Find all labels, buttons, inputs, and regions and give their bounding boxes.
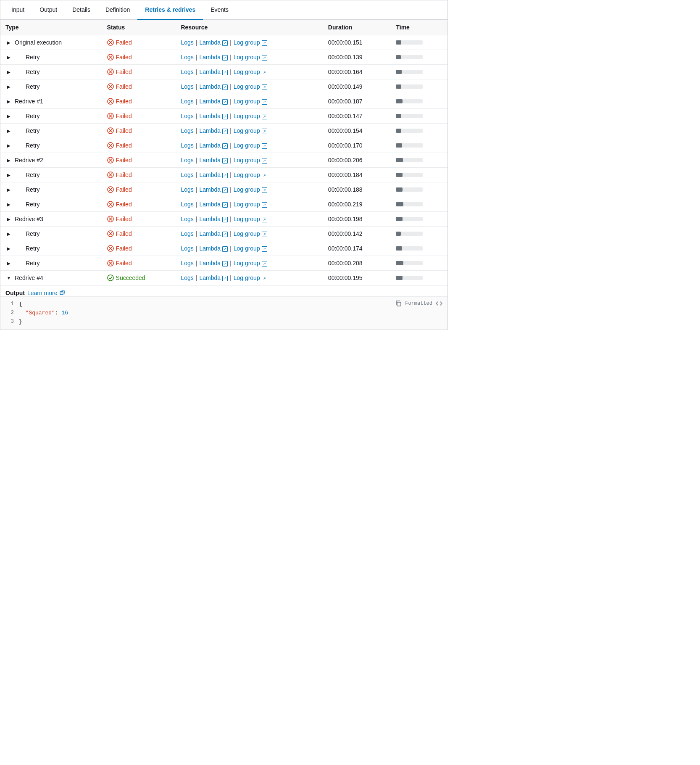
expand-button[interactable]: ▶	[5, 113, 12, 119]
learn-more-link[interactable]: Learn more	[27, 290, 58, 296]
logs-link[interactable]: Logs	[181, 69, 193, 75]
expand-button[interactable]: ▶	[5, 157, 12, 164]
status-cell: Failed	[102, 138, 176, 153]
loggroup-link[interactable]: Log group	[234, 83, 260, 90]
loggroup-link[interactable]: Log group	[234, 54, 260, 61]
lambda-link[interactable]: Lambda	[199, 230, 221, 237]
expand-button[interactable]: ▶	[5, 201, 12, 208]
status-text: Failed	[116, 83, 132, 90]
status-text: Failed	[116, 216, 132, 222]
tab-input[interactable]: Input	[4, 0, 32, 20]
lambda-link[interactable]: Lambda	[199, 98, 221, 105]
learn-more-ext-icon	[60, 290, 65, 295]
expand-button[interactable]: ▼	[5, 274, 12, 281]
logs-link[interactable]: Logs	[181, 230, 193, 237]
lambda-link[interactable]: Lambda	[199, 157, 221, 164]
loggroup-link[interactable]: Log group	[234, 230, 260, 237]
lambda-link[interactable]: Lambda	[199, 54, 221, 61]
resource-cell: Logs | Lambda ↗ | Log group ↗	[176, 227, 323, 241]
loggroup-link[interactable]: Log group	[234, 98, 260, 105]
logs-link[interactable]: Logs	[181, 216, 193, 222]
expand-button[interactable]: ▶	[5, 98, 12, 105]
logs-link[interactable]: Logs	[181, 54, 193, 61]
logs-link[interactable]: Logs	[181, 39, 193, 46]
loggroup-link[interactable]: Log group	[234, 69, 260, 75]
lambda-link[interactable]: Lambda	[199, 260, 221, 266]
status-badge: Failed	[107, 216, 171, 222]
loggroup-link[interactable]: Log group	[234, 216, 260, 222]
lambda-link[interactable]: Lambda	[199, 69, 221, 75]
lambda-link[interactable]: Lambda	[199, 274, 221, 281]
tab-retries[interactable]: Retries & redrives	[137, 0, 203, 20]
lambda-link[interactable]: Lambda	[199, 39, 221, 46]
logs-link[interactable]: Logs	[181, 245, 193, 252]
resource-links: Logs | Lambda ↗ | Log group ↗	[181, 142, 318, 149]
expand-button[interactable]: ▶	[5, 171, 12, 178]
loggroup-link[interactable]: Log group	[234, 245, 260, 252]
copy-button[interactable]	[395, 300, 402, 307]
expand-button[interactable]: ▶	[5, 260, 12, 266]
loggroup-link[interactable]: Log group	[234, 186, 260, 193]
lambda-ext-icon: ↗	[222, 173, 228, 178]
status-badge: Failed	[107, 54, 171, 61]
loggroup-link[interactable]: Log group	[234, 260, 260, 266]
logs-link[interactable]: Logs	[181, 142, 193, 149]
expand-button[interactable]: ▶	[5, 186, 12, 193]
logs-link[interactable]: Logs	[181, 98, 193, 105]
logs-link[interactable]: Logs	[181, 260, 193, 266]
loggroup-link[interactable]: Log group	[234, 171, 260, 178]
expand-button[interactable]: ▶	[5, 127, 12, 134]
logs-link[interactable]: Logs	[181, 201, 193, 208]
logs-link[interactable]: Logs	[181, 127, 193, 134]
lambda-ext-icon: ↗	[222, 70, 228, 75]
logs-link[interactable]: Logs	[181, 83, 193, 90]
loggroup-link[interactable]: Log group	[234, 113, 260, 119]
expand-button[interactable]: ▶	[5, 39, 12, 46]
logs-link[interactable]: Logs	[181, 186, 193, 193]
lambda-link[interactable]: Lambda	[199, 171, 221, 178]
loggroup-link[interactable]: Log group	[234, 39, 260, 46]
expand-button[interactable]: ▶	[5, 216, 12, 222]
expand-button[interactable]: ▶	[5, 69, 12, 75]
logs-link[interactable]: Logs	[181, 274, 193, 281]
loggroup-link[interactable]: Log group	[234, 127, 260, 134]
loggroup-link[interactable]: Log group	[234, 201, 260, 208]
logs-link[interactable]: Logs	[181, 157, 193, 164]
resource-links: Logs | Lambda ↗ | Log group ↗	[181, 127, 318, 134]
expand-button[interactable]: ▶	[5, 142, 12, 149]
time-bar-cell	[391, 35, 447, 50]
lambda-link[interactable]: Lambda	[199, 142, 221, 149]
lambda-link[interactable]: Lambda	[199, 186, 221, 193]
loggroup-link[interactable]: Log group	[234, 142, 260, 149]
expand-button[interactable]: ▶	[5, 83, 12, 90]
expand-button[interactable]: ▶	[5, 245, 12, 252]
lambda-link[interactable]: Lambda	[199, 201, 221, 208]
lambda-link[interactable]: Lambda	[199, 83, 221, 90]
expand-button[interactable]: ▶	[5, 230, 12, 237]
loggroup-link[interactable]: Log group	[234, 157, 260, 164]
type-cell-content: ▶Redrive #2	[5, 157, 97, 164]
time-bar-bg	[396, 173, 423, 177]
tab-details[interactable]: Details	[65, 0, 98, 20]
type-cell-content: ▶Retry	[5, 201, 97, 208]
tab-output[interactable]: Output	[32, 0, 65, 20]
lambda-link[interactable]: Lambda	[199, 113, 221, 119]
lambda-link[interactable]: Lambda	[199, 216, 221, 222]
logs-link[interactable]: Logs	[181, 113, 193, 119]
loggroup-link[interactable]: Log group	[234, 274, 260, 281]
resource-sep-2: |	[230, 201, 232, 208]
type-label: Retry	[26, 142, 39, 149]
logs-link[interactable]: Logs	[181, 171, 193, 178]
time-bar-cell	[391, 182, 447, 197]
tab-events[interactable]: Events	[203, 0, 236, 20]
table-row: ▶Redrive #1Failed Logs | Lambda ↗ | Log …	[0, 94, 447, 109]
tab-definition[interactable]: Definition	[98, 0, 137, 20]
type-label: Retry	[26, 171, 39, 178]
code-view-button[interactable]	[436, 300, 442, 307]
type-label: Original execution	[15, 39, 62, 46]
loggroup-ext-icon: ↗	[262, 158, 267, 164]
expand-button[interactable]: ▶	[5, 54, 12, 61]
duration-cell: 00:00:00.154	[323, 124, 391, 138]
lambda-link[interactable]: Lambda	[199, 127, 221, 134]
lambda-link[interactable]: Lambda	[199, 245, 221, 252]
